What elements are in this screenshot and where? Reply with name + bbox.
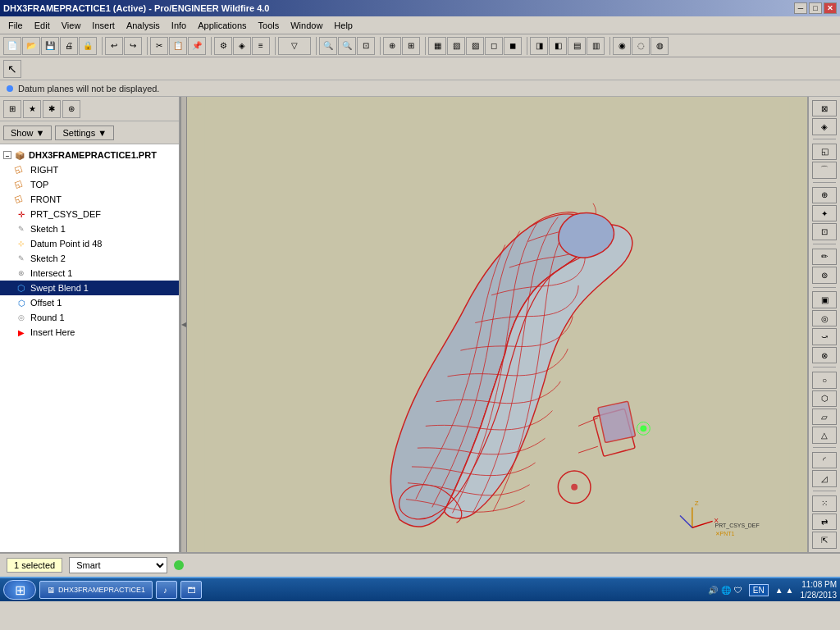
display-btn1[interactable]: ▦ — [428, 37, 446, 55]
display-btn3[interactable]: ▨ — [466, 37, 484, 55]
display-btn2[interactable]: ▧ — [447, 37, 465, 55]
language-indicator[interactable]: EN — [749, 584, 769, 596]
cut-button[interactable]: ✂ — [150, 37, 168, 55]
menu-tools[interactable]: Tools — [253, 19, 285, 32]
zoom-fit-button[interactable]: ⊡ — [357, 37, 375, 55]
tree-item-top[interactable]: ◱ TOP — [0, 177, 179, 192]
menu-help[interactable]: Help — [329, 19, 358, 32]
settings-button[interactable]: Settings ▼ — [55, 126, 114, 140]
panel-icon2[interactable]: ★ — [23, 100, 41, 118]
menu-applications[interactable]: Applications — [193, 19, 251, 32]
show-button[interactable]: Show ▼ — [3, 126, 52, 140]
rt-btn-rib[interactable]: ▱ — [812, 409, 837, 425]
shading-btn3[interactable]: ▤ — [568, 37, 586, 55]
feature-button[interactable]: ◈ — [233, 37, 251, 55]
rt-btn-pattern[interactable]: ⁙ — [812, 495, 837, 512]
minimize-button[interactable]: ─ — [794, 2, 807, 14]
rt-btn-ref3[interactable]: ⊡ — [812, 223, 837, 240]
rt-btn-shell[interactable]: ⬡ — [812, 390, 837, 407]
start-button[interactable]: ⊞ — [3, 580, 36, 600]
tree-label-datumpt: Datum Point id 48 — [30, 239, 102, 249]
rt-btn-curve[interactable]: ⌒ — [812, 162, 837, 178]
display-btn4[interactable]: ◻ — [485, 37, 503, 55]
rt-btn-orient[interactable]: ◈ — [812, 118, 837, 135]
rt-btn-mirror[interactable]: ⇄ — [812, 514, 837, 530]
rt-btn-ref1[interactable]: ⊕ — [812, 187, 837, 203]
taskbar-app3[interactable]: 🗔 — [180, 581, 202, 599]
layers-button[interactable]: ≡ — [252, 37, 270, 55]
tree-item-round1[interactable]: ◎ Round 1 — [0, 310, 179, 325]
extra-btn2[interactable]: ◌ — [632, 37, 650, 55]
panel-icon1[interactable]: ⊞ — [3, 100, 21, 118]
tree-item-offset1[interactable]: ⬡ Offset 1 — [0, 295, 179, 310]
redo-button[interactable]: ↪ — [124, 37, 142, 55]
tree-item-front[interactable]: ◱ FRONT — [0, 192, 179, 207]
view-named-btn[interactable]: ▽ — [278, 37, 311, 55]
open-button[interactable]: 📂 — [22, 37, 40, 55]
extra-btn3[interactable]: ◍ — [651, 37, 669, 55]
tree-item-csys[interactable]: ✛ PRT_CSYS_DEF — [0, 207, 179, 221]
menu-window[interactable]: Window — [285, 19, 327, 32]
save-button[interactable]: 💾 — [41, 37, 59, 55]
arrow-cursor-btn[interactable]: ↖ — [3, 60, 21, 78]
tree-label-round1: Round 1 — [30, 313, 65, 322]
menu-file[interactable]: File — [3, 19, 28, 32]
rt-btn-ref2[interactable]: ✦ — [812, 205, 837, 221]
root-expand[interactable]: – — [3, 151, 11, 159]
orient-btn2[interactable]: ⊞ — [402, 37, 420, 55]
shading-btn1[interactable]: ◨ — [530, 37, 548, 55]
start-icon: ⊞ — [15, 582, 25, 598]
taskbar-app-dhx3[interactable]: 🖥 DHX3FRAMEPRACTICE1 — [39, 581, 153, 599]
maximize-button[interactable]: □ — [809, 2, 822, 14]
rt-btn-revolve[interactable]: ◎ — [812, 310, 837, 326]
tree-item-sketch1[interactable]: ✎ Sketch 1 — [0, 221, 179, 236]
tree-root[interactable]: – 📦 DHX3FRAMEPRACTICE1.PRT — [0, 148, 179, 162]
rt-btn-section[interactable]: ⊚ — [812, 267, 837, 283]
close-button[interactable]: ✕ — [824, 2, 837, 14]
rt-btn-round[interactable]: ◜ — [812, 452, 837, 468]
rt-btn-draft[interactable]: △ — [812, 427, 837, 443]
menu-insert[interactable]: Insert — [87, 19, 120, 32]
zoom-in-button[interactable]: 🔍 — [319, 37, 337, 55]
regenerate-button[interactable]: ⚙ — [214, 37, 232, 55]
menu-info[interactable]: Info — [167, 19, 191, 32]
panel-icon3[interactable]: ✱ — [43, 100, 61, 118]
3d-viewport[interactable]: Z X PRT_CSYS_DEF ✕PNT1 ✕PNT0 — [187, 97, 807, 552]
zoom-out-button[interactable]: 🔍 — [338, 37, 356, 55]
rt-btn-hole[interactable]: ○ — [812, 372, 837, 388]
lock-button[interactable]: 🔒 — [79, 37, 97, 55]
tree-label-inserthere: Insert Here — [30, 327, 75, 337]
rt-btn-sweep[interactable]: ⤻ — [812, 328, 837, 345]
print-button[interactable]: 🖨 — [60, 37, 78, 55]
tree-item-inserthere[interactable]: ▶ Insert Here — [0, 325, 179, 340]
display-btn5[interactable]: ◼ — [504, 37, 522, 55]
tree-item-sketch2[interactable]: ✎ Sketch 2 — [0, 251, 179, 266]
rt-btn-blend[interactable]: ⊗ — [812, 347, 837, 363]
rt-btn-chamfer[interactable]: ◿ — [812, 470, 837, 486]
rt-btn-plane[interactable]: ◱ — [812, 144, 837, 160]
tree-item-datumpt[interactable]: ⊹ Datum Point id 48 — [0, 236, 179, 251]
panel-splitter[interactable]: ◀ — [180, 97, 187, 552]
tree-item-right[interactable]: ◱ RIGHT — [0, 162, 179, 177]
orient-btn1[interactable]: ⊕ — [383, 37, 401, 55]
panel-icon4[interactable]: ⊛ — [62, 100, 80, 118]
new-button[interactable]: 📄 — [3, 37, 21, 55]
shading-btn4[interactable]: ▥ — [587, 37, 605, 55]
menu-view[interactable]: View — [57, 19, 86, 32]
paste-button[interactable]: 📌 — [188, 37, 206, 55]
smart-select-dropdown[interactable]: Smart Geometry Feature Body Quilt — [69, 557, 167, 573]
rt-btn-offset[interactable]: ⇱ — [812, 532, 837, 548]
rt-btn-sketch[interactable]: ✏ — [812, 249, 837, 265]
menu-analysis[interactable]: Analysis — [121, 19, 165, 32]
undo-button[interactable]: ↩ — [105, 37, 123, 55]
menu-edit[interactable]: Edit — [30, 19, 55, 32]
taskbar-app2[interactable]: ♪ — [156, 581, 177, 599]
rt-btn-extrude[interactable]: ▣ — [812, 291, 837, 308]
shading-btn2[interactable]: ◧ — [549, 37, 567, 55]
tree-item-intersect1[interactable]: ⊗ Intersect 1 — [0, 266, 179, 281]
extra-btn1[interactable]: ◉ — [613, 37, 631, 55]
tree-item-sweptblend1[interactable]: ⬡ Swept Blend 1 — [0, 281, 179, 295]
sep5 — [313, 37, 317, 55]
rt-btn-refit[interactable]: ⊠ — [812, 100, 837, 116]
copy-button[interactable]: 📋 — [169, 37, 187, 55]
